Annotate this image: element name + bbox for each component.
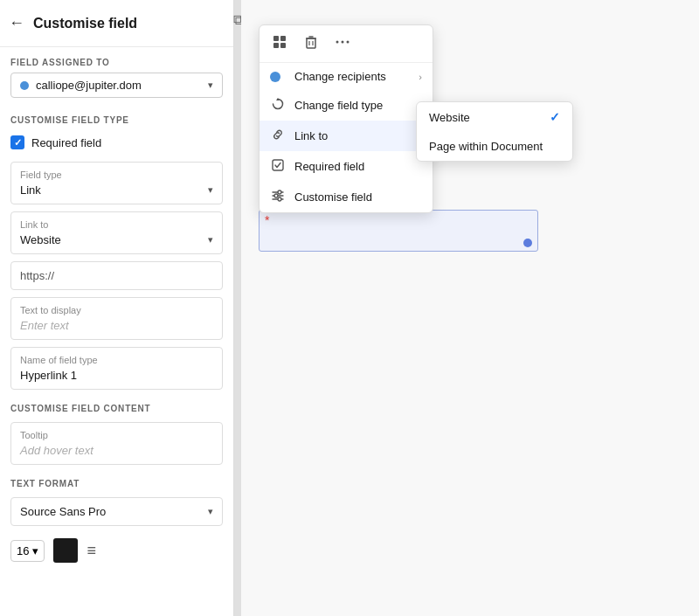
dot-icon <box>20 81 29 90</box>
sliders-icon <box>271 189 285 203</box>
svg-point-17 <box>278 190 281 194</box>
name-of-field-row: Hyperlink 1 <box>20 369 213 382</box>
link-to-row: Website ▾ <box>20 233 213 246</box>
customise-icon <box>270 189 286 205</box>
field-type-row: Link ▾ <box>20 183 213 197</box>
recycle-icon <box>271 97 285 111</box>
font-chevron: ▾ <box>208 506 213 517</box>
panel-header: ← Customise field <box>0 0 233 47</box>
tooltip-row: Add hover text <box>20 444 213 457</box>
svg-rect-1 <box>280 36 286 41</box>
more-icon-btn[interactable] <box>333 32 352 55</box>
assigned-dropdown[interactable]: calliope@jupiter.dom ▾ <box>10 73 223 98</box>
field-assigned-section: calliope@jupiter.dom ▾ <box>0 73 233 105</box>
name-of-field-label: Name of field type <box>20 355 213 365</box>
text-to-display-placeholder: Enter text <box>20 319 69 332</box>
submenu: Website ✓ Page within Document <box>416 101 573 162</box>
font-size-value: 16 <box>17 544 29 557</box>
more-icon <box>335 34 350 50</box>
recipients-arrow: › <box>419 72 422 82</box>
resize-handle[interactable] <box>523 239 532 247</box>
grid-icon <box>272 34 287 50</box>
trash-icon-btn[interactable] <box>301 32 321 55</box>
svg-point-18 <box>274 194 278 197</box>
font-size-chevron: ▾ <box>32 544 38 557</box>
align-icon[interactable]: ≡ <box>87 542 96 560</box>
link-to-value: Website <box>20 233 61 246</box>
change-field-type-label: Change field type <box>294 99 410 112</box>
trash-icon <box>303 34 319 50</box>
link-chain-icon <box>271 128 285 142</box>
text-to-display-group: Text to display Enter text <box>10 297 223 340</box>
font-size-select[interactable]: 16 ▾ <box>10 540 45 562</box>
customise-field-item[interactable]: Customise field <box>260 182 433 212</box>
required-label: Required field <box>31 136 101 149</box>
name-of-field-group: Name of field type Hyperlink 1 <box>10 347 223 390</box>
back-button[interactable]: ← <box>7 12 26 34</box>
field-type-value: Link <box>20 183 41 197</box>
submenu-website[interactable]: Website ✓ <box>417 102 572 132</box>
field-type-icon <box>270 97 286 114</box>
svg-point-10 <box>342 41 344 44</box>
grid-icon-btn[interactable] <box>270 32 289 55</box>
svg-rect-4 <box>307 38 315 48</box>
field-type-chevron: ▾ <box>208 184 213 196</box>
text-to-display-label: Text to display <box>20 305 213 315</box>
svg-point-9 <box>336 41 339 44</box>
color-swatch[interactable] <box>53 538 78 563</box>
tooltip-group: Tooltip Add hover text <box>10 422 223 465</box>
context-menu: Change recipients › Change field type › <box>259 24 433 213</box>
customise-field-label: Customise field <box>294 190 422 204</box>
change-field-type-item[interactable]: Change field type › <box>260 90 433 121</box>
required-icon <box>270 158 286 175</box>
url-value: https:// <box>20 269 54 282</box>
name-of-field-value: Hyperlink 1 <box>20 369 77 382</box>
font-row: Source Sans Pro ▾ <box>20 505 213 518</box>
asterisk: * <box>265 214 269 226</box>
required-field-label: Required field <box>294 160 422 173</box>
page-within-doc-label: Page within Document <box>429 140 543 153</box>
change-recipients-label: Change recipients <box>294 70 410 83</box>
chevron-down-icon: ▾ <box>208 80 213 91</box>
panel-title: Customise field <box>33 16 137 31</box>
link-to-item[interactable]: Link to › <box>260 121 433 151</box>
required-field-item[interactable]: Required field <box>260 151 433 182</box>
right-area: Change recipients › Change field type › <box>241 0 699 616</box>
svg-point-19 <box>278 197 281 201</box>
link-to-group: Link to Website ▾ <box>10 211 223 254</box>
link-icon <box>270 128 286 144</box>
svg-rect-0 <box>273 36 279 41</box>
change-recipients-item[interactable]: Change recipients › <box>260 63 433 90</box>
svg-rect-2 <box>273 43 279 48</box>
field-type-label: Field type <box>20 170 213 180</box>
field-type-group: Field type Link ▾ <box>10 162 223 204</box>
assigned-email: calliope@jupiter.dom <box>36 79 201 92</box>
text-to-display-row: Enter text <box>20 319 213 332</box>
font-value: Source Sans Pro <box>20 505 106 518</box>
text-format-label: TEXT FORMAT <box>0 468 233 494</box>
field-assigned-label: FIELD ASSIGNED TO <box>0 47 233 73</box>
center-divider: ⧉ <box>234 0 241 616</box>
website-label: Website <box>429 111 470 124</box>
tooltip-label: Tooltip <box>20 430 213 440</box>
customise-content-label: CUSTOMISE FIELD CONTENT <box>0 393 233 419</box>
submenu-page-within-doc[interactable]: Page within Document <box>417 132 572 161</box>
recipients-icon <box>270 72 286 82</box>
font-dropdown[interactable]: Source Sans Pro ▾ <box>10 497 223 526</box>
link-to-label: Link to <box>294 129 410 142</box>
required-field-row: Required field <box>0 130 233 158</box>
link-to-chevron: ▾ <box>208 234 213 246</box>
checkbox-icon <box>271 158 285 172</box>
required-checkbox[interactable] <box>10 135 24 149</box>
url-field[interactable]: https:// <box>10 261 223 290</box>
website-checkmark: ✓ <box>550 110 560 124</box>
svg-rect-3 <box>280 43 286 48</box>
footer-row: 16 ▾ ≡ <box>0 529 233 571</box>
menu-top-icons <box>260 25 433 63</box>
tooltip-placeholder: Add hover text <box>20 444 93 457</box>
link-to-label: Link to <box>20 219 213 230</box>
link-field-canvas[interactable]: * <box>259 210 538 252</box>
svg-point-11 <box>347 41 350 44</box>
left-panel: ← Customise field FIELD ASSIGNED TO call… <box>0 0 234 616</box>
customise-type-label: CUSTOMISE FIELD TYPE <box>0 105 233 130</box>
